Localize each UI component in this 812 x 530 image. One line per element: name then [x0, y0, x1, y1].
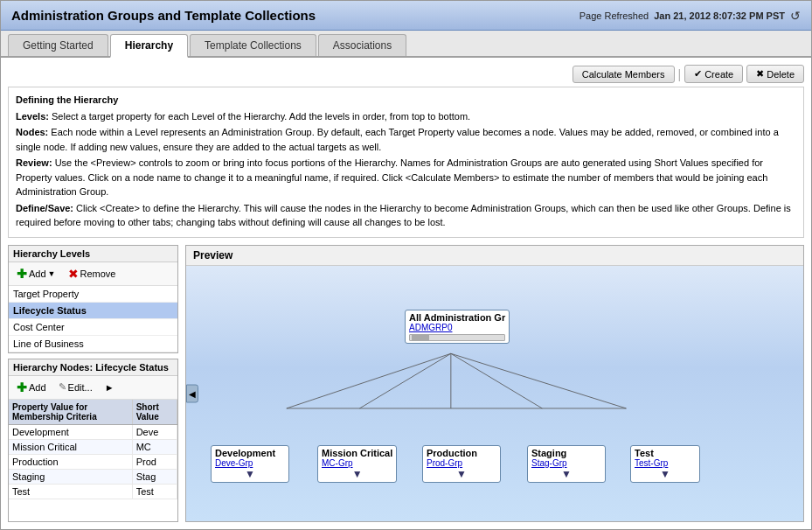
- desc-action-wrapper: Calculate Members | ✔ Create ✖ Delete De…: [8, 65, 804, 245]
- preview-child-node-production[interactable]: Production Prod-Grp ▼: [422, 445, 501, 483]
- delete-icon: ✖: [756, 68, 764, 80]
- child-mc-subtitle[interactable]: MC-Grp: [322, 458, 392, 468]
- nodes-col-short: Short Value: [132, 400, 177, 425]
- desc-line-define: Define/Save: Click <Create> to define th…: [16, 201, 796, 230]
- edit-node-button[interactable]: ✎ Edit...: [54, 380, 97, 394]
- tab-hierarchy[interactable]: Hierarchy: [110, 34, 188, 58]
- desc-nodes-bold: Nodes:: [16, 127, 48, 137]
- svg-line-1: [359, 353, 450, 408]
- expand-node-button[interactable]: ►: [101, 380, 119, 394]
- root-node-subtitle[interactable]: ADMGRP0: [409, 323, 505, 332]
- page-refreshed-timestamp: Jan 21, 2012 8:07:32 PM PST: [654, 10, 785, 21]
- node-short-test: Test: [132, 484, 177, 499]
- table-row[interactable]: Test Test: [9, 484, 177, 499]
- remove-icon: ✖: [68, 267, 79, 281]
- preview-child-node-mission-critical[interactable]: Mission Critical MC-Grp ▼: [317, 445, 397, 483]
- tab-associations[interactable]: Associations: [318, 34, 406, 56]
- node-short-staging: Stag: [132, 469, 177, 484]
- node-property-development: Development: [9, 424, 132, 439]
- page-refresh-info: Page Refreshed Jan 21, 2012 8:07:32 PM P…: [580, 9, 801, 23]
- desc-define-text: Click <Create> to define the Hierarchy. …: [16, 203, 791, 228]
- table-row[interactable]: Development Deve: [9, 424, 177, 439]
- child-prod-expand[interactable]: ▼: [427, 468, 496, 480]
- delete-label: Delete: [767, 69, 795, 80]
- hierarchy-levels-section: Hierarchy Levels ✚ Add ▼ ✖ Remove: [8, 245, 178, 353]
- preview-canvas[interactable]: ◀ All Administration Gr: [186, 266, 803, 522]
- preview-child-node-staging[interactable]: Staging Stag-Grp ▼: [527, 445, 606, 483]
- create-label: Create: [704, 69, 733, 80]
- main-container: Administration Groups and Template Colle…: [0, 0, 812, 530]
- title-bar: Administration Groups and Template Colle…: [1, 1, 811, 31]
- table-row[interactable]: Staging Stag: [9, 469, 177, 484]
- content-area: Calculate Members | ✔ Create ✖ Delete De…: [1, 58, 811, 529]
- desc-review-bold: Review:: [16, 157, 52, 168]
- level-item-cost-center[interactable]: Cost Center: [9, 319, 177, 336]
- page-title: Administration Groups and Template Colle…: [11, 8, 316, 23]
- remove-level-button[interactable]: ✖ Remove: [64, 265, 121, 282]
- level-item-lifecycle-status[interactable]: Lifecycle Status: [9, 303, 177, 319]
- create-button[interactable]: ✔ Create: [684, 65, 743, 83]
- child-development-subtitle[interactable]: Deve-Grp: [215, 458, 285, 468]
- edit-node-label: Edit...: [68, 382, 93, 393]
- delete-button[interactable]: ✖ Delete: [746, 65, 804, 83]
- add-node-icon: ✚: [17, 380, 27, 394]
- tab-template-collections[interactable]: Template Collections: [190, 34, 316, 56]
- add-level-label: Add: [29, 268, 46, 279]
- nodes-table-scroll[interactable]: Property Value for Membership Criteria S…: [9, 400, 177, 522]
- preview-panel: Preview ◀: [185, 245, 804, 523]
- preview-child-node-development[interactable]: Development Deve-Grp ▼: [211, 445, 289, 483]
- node-property-staging: Staging: [9, 469, 132, 484]
- root-node-scrollbar-track[interactable]: [409, 334, 505, 341]
- page-refreshed-label: Page Refreshed: [580, 10, 649, 21]
- svg-line-3: [451, 353, 542, 408]
- child-stag-title: Staging: [531, 448, 601, 458]
- remove-level-label: Remove: [80, 268, 116, 279]
- left-panel: Hierarchy Levels ✚ Add ▼ ✖ Remove: [8, 245, 178, 523]
- child-mc-expand[interactable]: ▼: [322, 468, 392, 480]
- child-stag-subtitle[interactable]: Stag-Grp: [531, 458, 601, 468]
- desc-levels-text: Select a target property for each Level …: [52, 111, 470, 122]
- node-property-production: Production: [9, 454, 132, 469]
- child-test-title: Test: [635, 448, 696, 458]
- child-prod-title: Production: [427, 448, 496, 458]
- svg-line-0: [287, 353, 451, 408]
- desc-review-text: Use the <Preview> controls to zoom or br…: [16, 157, 767, 197]
- child-test-subtitle[interactable]: Test-Grp: [635, 458, 696, 468]
- preview-root-node[interactable]: All Administration Gr ADMGRP0: [405, 310, 510, 344]
- preview-connections-svg: [186, 266, 803, 522]
- calculate-members-button[interactable]: Calculate Members: [573, 66, 675, 83]
- split-area: Hierarchy Levels ✚ Add ▼ ✖ Remove: [8, 245, 804, 523]
- create-icon: ✔: [694, 68, 702, 80]
- nodes-table: Property Value for Membership Criteria S…: [9, 400, 177, 499]
- hierarchy-levels-header: Hierarchy Levels: [9, 246, 177, 262]
- child-stag-expand[interactable]: ▼: [531, 468, 601, 480]
- child-development-expand[interactable]: ▼: [215, 468, 285, 480]
- child-prod-subtitle[interactable]: Prod-Grp: [427, 458, 496, 468]
- tab-getting-started[interactable]: Getting Started: [8, 34, 108, 56]
- add-icon: ✚: [17, 267, 27, 281]
- node-short-mission-critical: MC: [132, 439, 177, 454]
- table-row[interactable]: Production Prod: [9, 454, 177, 469]
- separator-1: |: [678, 67, 682, 81]
- add-dropdown-icon[interactable]: ▼: [48, 269, 56, 278]
- add-node-button[interactable]: ✚ Add: [12, 379, 51, 396]
- root-node-scrollbar: [409, 334, 505, 341]
- add-level-button[interactable]: ✚ Add ▼: [12, 265, 60, 282]
- child-development-title: Development: [215, 448, 285, 458]
- preview-child-node-test[interactable]: Test Test-Grp ▼: [630, 445, 700, 483]
- table-row[interactable]: Mission Critical MC: [9, 439, 177, 454]
- hierarchy-nodes-header: Hierarchy Nodes: Lifecycle Status: [9, 359, 177, 376]
- nodes-col-property: Property Value for Membership Criteria: [9, 400, 132, 425]
- level-item-target-property[interactable]: Target Property: [9, 286, 177, 303]
- child-test-expand[interactable]: ▼: [635, 468, 696, 480]
- preview-collapse-arrow[interactable]: ◀: [186, 384, 198, 402]
- levels-list: Target Property Lifecycle Status Cost Ce…: [9, 286, 177, 352]
- edit-node-icon: ✎: [59, 381, 66, 393]
- root-node-scrollbar-thumb: [412, 335, 429, 340]
- level-item-line-of-business[interactable]: Line of Business: [9, 336, 177, 352]
- node-short-production: Prod: [132, 454, 177, 469]
- tab-bar: Getting Started Hierarchy Template Colle…: [1, 31, 811, 58]
- node-property-mission-critical: Mission Critical: [9, 439, 132, 454]
- expand-node-icon: ►: [105, 382, 115, 393]
- refresh-icon[interactable]: ↺: [790, 9, 801, 23]
